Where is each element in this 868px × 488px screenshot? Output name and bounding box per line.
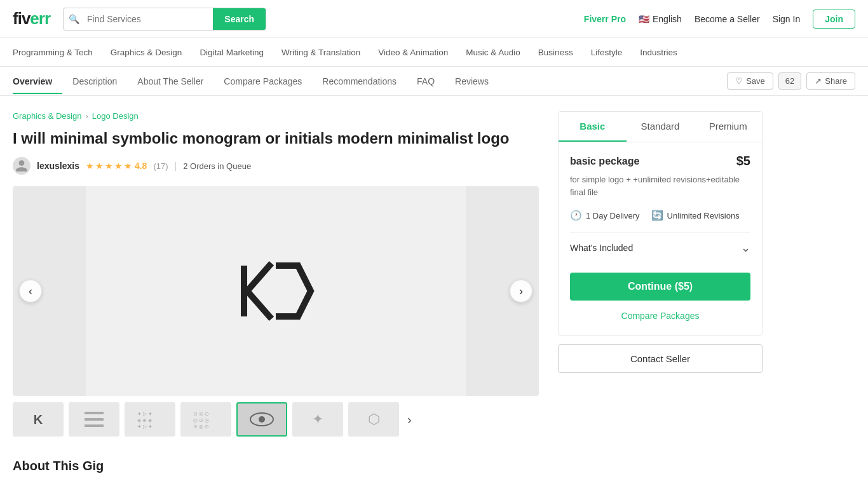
package-description: for simple logo + +unlimited revisions+e… <box>570 173 750 198</box>
gallery-next-button[interactable]: › <box>510 280 532 302</box>
seller-info: lexuslexis ★ ★ ★ ★ ★ 4.8 (17) | 2 Orders… <box>13 157 539 175</box>
sub-nav-overview[interactable]: Overview <box>13 69 62 94</box>
thumb-more[interactable]: › <box>404 412 415 427</box>
whats-included-label: What's Included <box>570 243 633 253</box>
chevron-down-icon: ⌄ <box>741 241 750 255</box>
seller-name[interactable]: lexuslexis <box>37 161 79 171</box>
svg-line-1 <box>247 266 269 291</box>
breadcrumb: Graphics & Design › Logo Design <box>13 111 539 121</box>
package-name: basic peckage <box>570 156 639 167</box>
search-input[interactable] <box>85 9 213 29</box>
nav-item-business[interactable]: Business <box>529 40 582 65</box>
save-button[interactable]: ♡ Save <box>727 72 773 90</box>
gig-title: I will minimal symbolic monogram or init… <box>13 128 539 148</box>
star-rating: ★ ★ ★ ★ ★ 4.8 <box>86 161 147 171</box>
logo[interactable]: fiverr <box>13 9 50 29</box>
thumb-4[interactable]: ⊙ ◎ ⊙ ◎ ⊙ ◎ ⊙ ◎ ⊙ <box>180 402 231 437</box>
breadcrumb-child[interactable]: Logo Design <box>92 111 139 121</box>
orders-separator: | <box>175 161 177 171</box>
share-icon: ↗ <box>815 76 822 86</box>
nav-item-industries[interactable]: Industries <box>631 40 686 65</box>
share-button[interactable]: ↗ Share <box>806 72 855 90</box>
tab-standard[interactable]: Standard <box>627 112 695 142</box>
package-content: basic peckage $5 for simple logo + +unli… <box>559 142 762 335</box>
svg-text:⊙ ◎ ⊙: ⊙ ◎ ⊙ <box>193 424 209 430</box>
package-card: Basic Standard Premium basic peckage $5 … <box>558 111 763 336</box>
breadcrumb-separator: › <box>85 111 88 121</box>
star-3: ★ <box>105 161 113 171</box>
thumb-5-active[interactable] <box>236 402 287 437</box>
thumb-6[interactable]: ✦ <box>292 402 343 437</box>
svg-rect-4 <box>85 418 104 421</box>
thumb-7[interactable]: ⬡ <box>348 402 399 437</box>
gallery-center <box>86 186 466 396</box>
svg-text:✦ ▷ ✦: ✦ ▷ ✦ <box>137 411 153 417</box>
nav-item-graphics[interactable]: Graphics & Design <box>102 40 191 65</box>
refresh-icon: 🔄 <box>651 210 663 221</box>
svg-rect-5 <box>85 424 104 427</box>
compare-packages-link[interactable]: Compare Packages <box>570 308 750 323</box>
save-label: Save <box>746 76 765 86</box>
nav-item-music[interactable]: Music & Audio <box>457 40 529 65</box>
star-2: ★ <box>95 161 104 171</box>
nav-item-video[interactable]: Video & Animation <box>369 40 457 65</box>
nav-item-lifestyle[interactable]: Lifestyle <box>582 40 632 65</box>
about-gig-title: About This Gig <box>13 459 539 473</box>
gig-logo-image <box>231 253 320 329</box>
gallery-container: ‹ › <box>13 186 539 396</box>
package-features: 🕐 1 Day Delivery 🔄 Unlimited Revisions <box>570 210 750 221</box>
continue-button[interactable]: Continue ($5) <box>570 273 750 301</box>
thumb-2[interactable] <box>69 402 119 437</box>
search-icon: 🔍 <box>64 14 85 24</box>
language-selector[interactable]: 🇺🇸 English <box>639 14 682 24</box>
header-right: Fiverr Pro 🇺🇸 English Become a Seller Si… <box>584 10 855 29</box>
share-label: Share <box>825 76 847 86</box>
thumb-3[interactable]: ✦ ▷ ✦ ◈ ⊕ ◈ ✦ ▷ ✦ <box>125 402 175 437</box>
sub-nav-faq[interactable]: FAQ <box>407 69 445 94</box>
tab-basic[interactable]: Basic <box>559 112 627 142</box>
nav-item-marketing[interactable]: Digital Marketing <box>191 40 273 65</box>
sub-nav-actions: ♡ Save 62 ↗ Share <box>727 72 855 90</box>
orders-queue: 2 Orders in Queue <box>183 161 251 171</box>
flag-icon: 🇺🇸 <box>639 14 649 24</box>
star-4: ★ <box>114 161 123 171</box>
gallery-prev-button[interactable]: ‹ <box>19 280 42 302</box>
star-1: ★ <box>86 161 94 171</box>
seller-avatar <box>13 157 31 175</box>
avatar-icon <box>15 159 29 173</box>
package-price: $5 <box>736 154 750 168</box>
save-count-badge: 62 <box>778 72 801 90</box>
breadcrumb-parent[interactable]: Graphics & Design <box>13 111 81 121</box>
join-button[interactable]: Join <box>813 10 855 29</box>
thumb-1[interactable]: K <box>13 402 64 437</box>
feature-delivery: 🕐 1 Day Delivery <box>570 210 640 221</box>
fiverr-pro-link[interactable]: Fiverr Pro <box>584 14 626 24</box>
nav-item-writing[interactable]: Writing & Translation <box>273 40 369 65</box>
feature-revisions: 🔄 Unlimited Revisions <box>651 210 740 221</box>
svg-point-13 <box>259 416 265 423</box>
svg-text:⊙ ◎ ⊙: ⊙ ◎ ⊙ <box>193 411 209 417</box>
sub-nav-description[interactable]: Description <box>62 69 127 94</box>
main-nav: Programming & Tech Graphics & Design Dig… <box>0 38 868 67</box>
search-button[interactable]: Search <box>213 8 266 30</box>
sub-nav-about-seller[interactable]: About The Seller <box>127 69 214 94</box>
rating-value: 4.8 <box>135 161 147 171</box>
tab-premium[interactable]: Premium <box>694 112 762 142</box>
package-header: basic peckage $5 <box>570 154 750 168</box>
whats-included-row[interactable]: What's Included ⌄ <box>570 233 750 262</box>
review-count[interactable]: (17) <box>153 161 168 171</box>
heart-icon: ♡ <box>735 76 743 86</box>
svg-text:◎ ⊙ ◎: ◎ ⊙ ◎ <box>193 417 209 423</box>
main-content: Graphics & Design › Logo Design I will m… <box>0 96 775 488</box>
sub-nav-reviews[interactable]: Reviews <box>445 69 499 94</box>
clock-icon: 🕐 <box>570 210 582 221</box>
nav-item-programming[interactable]: Programming & Tech <box>13 40 102 65</box>
svg-text:✦ ▷ ✦: ✦ ▷ ✦ <box>137 424 153 430</box>
sub-nav-recommendations[interactable]: Recommendations <box>312 69 407 94</box>
contact-seller-button[interactable]: Contact Seller <box>558 344 763 373</box>
language-label: English <box>653 14 682 24</box>
sign-in-link[interactable]: Sign In <box>773 14 801 24</box>
become-seller-link[interactable]: Become a Seller <box>695 14 760 24</box>
sub-nav-compare[interactable]: Compare Packages <box>214 69 312 94</box>
star-5: ★ <box>124 161 132 171</box>
